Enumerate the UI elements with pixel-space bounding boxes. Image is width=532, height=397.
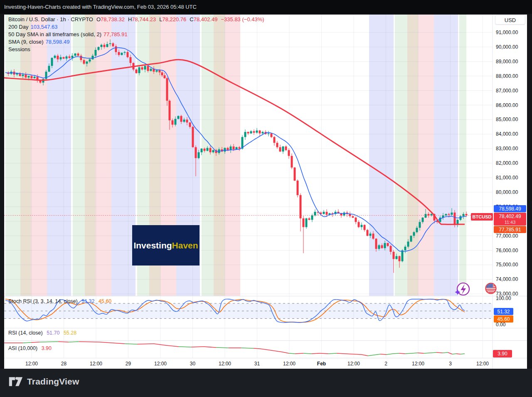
svg-text:82,000.00: 82,000.00: [496, 160, 518, 166]
ohlc-value: 78,738.32: [101, 16, 125, 22]
chart-widget[interactable]: 91,000.0090,000.0089,000.0088,000.0087,0…: [4, 15, 527, 369]
asi-value: 3.90: [42, 345, 52, 351]
ohlc-key: H: [128, 16, 132, 22]
svg-text:86,000.00: 86,000.00: [496, 102, 518, 108]
us-flag-event-icon[interactable]: [485, 283, 496, 294]
attribution-text: Investing-Haven-Charts created with Trad…: [4, 4, 197, 10]
svg-text:31: 31: [254, 361, 260, 367]
svg-text:87,000.00: 87,000.00: [496, 88, 518, 94]
session-bands: [5, 15, 466, 296]
ohlc-key: O: [96, 16, 101, 22]
svg-text:12:00: 12:00: [25, 361, 38, 367]
stoch-d-label: 45.60: [494, 315, 513, 323]
svg-text:81,000.00: 81,000.00: [496, 175, 518, 181]
stoch-panel: [4, 303, 493, 318]
stoch-title-text: Stoch RSI (3, 3, 14, 14, close): [8, 298, 78, 304]
legend-change: −335.83 (−0.43%): [221, 16, 264, 22]
rsi-panel-title[interactable]: RSI (14, close) 51.70 55.28: [8, 330, 76, 336]
logo-part-haven: Haven: [172, 241, 198, 251]
svg-text:3: 3: [449, 361, 452, 367]
svg-text:Feb: Feb: [317, 361, 326, 367]
sma50-price-label: 77,785.91: [494, 226, 526, 233]
chart-legend: Bitcoin / U.S. Dollar · 1h · CRYPTOO78,7…: [8, 16, 264, 53]
legend-row-label: Sessions: [8, 46, 30, 52]
legend-row-label: 50 Day SMA in all timeframes (solid, 2): [8, 31, 101, 37]
asi-title-text: ASI (10,000): [8, 345, 37, 351]
svg-text:80,000.00: 80,000.00: [496, 189, 518, 195]
svg-text:2: 2: [384, 361, 387, 367]
svg-text:83,000.00: 83,000.00: [496, 146, 518, 151]
ohlc-value: 78,220.76: [162, 16, 186, 22]
sma9-price-label: 78,598.49: [494, 205, 526, 212]
bar-countdown: 11:43: [505, 219, 516, 225]
ohlc-value: 78,744.23: [132, 16, 156, 22]
legend-row-label: 200 Day: [8, 24, 28, 30]
legend-symbol: Bitcoin / U.S. Dollar · 1h · CRYPTO: [8, 16, 93, 22]
asi-value-label: 3.90: [493, 350, 512, 357]
legend-row[interactable]: Sessions: [8, 46, 264, 53]
legend-row-value: 78,598.49: [46, 39, 70, 45]
svg-text:74,000.00: 74,000.00: [496, 276, 518, 282]
svg-text:12:00: 12:00: [476, 361, 489, 367]
svg-text:12:00: 12:00: [347, 361, 360, 367]
tradingview-wordmark: TradingView: [27, 377, 79, 387]
legend-row[interactable]: SMA (9, close)78,598.49: [8, 38, 264, 46]
svg-text:12:00: 12:00: [90, 361, 102, 367]
svg-text:28: 28: [61, 361, 67, 367]
ohlc-value: 78,402.49: [194, 16, 218, 22]
footer-bar: TradingView: [0, 369, 532, 397]
svg-text:75,000.00: 75,000.00: [496, 262, 518, 268]
stoch-panel-title[interactable]: Stoch RSI (3, 3, 14, 14, close) 51.32 45…: [8, 298, 111, 304]
svg-text:91,000.00: 91,000.00: [496, 30, 518, 35]
legend-row[interactable]: 200 Day103,547.63: [8, 23, 264, 31]
tradingview-brand[interactable]: TradingView: [8, 375, 79, 388]
legend-ohlc: O78,738.32H78,744.23L78,220.76C78,402.49: [93, 16, 218, 22]
asi-panel-title[interactable]: ASI (10,000) 3.90: [8, 345, 52, 351]
svg-text:77,000.00: 77,000.00: [496, 233, 518, 239]
svg-text:12:00: 12:00: [412, 361, 424, 367]
svg-text:85,000.00: 85,000.00: [496, 117, 518, 122]
stoch-k-value: 51.32: [81, 298, 94, 304]
attribution-bar: Investing-Haven-Charts created with Trad…: [0, 0, 532, 14]
legend-row-label: SMA (9, close): [8, 39, 44, 45]
legend-row-value: 103,547.63: [30, 24, 57, 30]
investinghaven-logo: InvestingHaven: [132, 225, 200, 265]
svg-text:76,000.00: 76,000.00: [496, 248, 518, 253]
svg-text:88,000.00: 88,000.00: [496, 73, 518, 79]
svg-text:90,000.00: 90,000.00: [496, 44, 518, 50]
svg-text:0.00: 0.00: [496, 322, 506, 328]
stoch-d-value: 45.60: [99, 298, 111, 304]
currency-toggle-button[interactable]: USD: [495, 15, 525, 25]
time-axis-labels[interactable]: 12:002812:002912:003012:003112:00Feb12:0…: [25, 361, 489, 367]
svg-text:84,000.00: 84,000.00: [496, 131, 518, 137]
svg-text:29: 29: [126, 361, 131, 367]
svg-text:12:00: 12:00: [283, 361, 296, 367]
legend-symbol-row[interactable]: Bitcoin / U.S. Dollar · 1h · CRYPTOO78,7…: [8, 16, 264, 23]
legend-row[interactable]: 50 Day SMA in all timeframes (solid, 2)7…: [8, 31, 264, 38]
svg-text:12:00: 12:00: [219, 361, 231, 367]
symbol-tag-label: BTCUSD: [471, 213, 493, 221]
last-price-label: 78,402.49 11:43: [494, 213, 526, 226]
rsi-title-text: RSI (14, close): [8, 330, 43, 336]
page: Investing-Haven-Charts created with Trad…: [0, 0, 532, 397]
ohlc-key: C: [190, 16, 193, 22]
asi-line: [4, 342, 465, 356]
last-price-value: 78,402.49: [499, 213, 521, 219]
logo-part-investing: Investing: [133, 241, 172, 251]
tradingview-logo-icon: [8, 375, 23, 388]
svg-text:12:00: 12:00: [154, 361, 167, 367]
legend-row-value: 77,785.91: [103, 31, 128, 37]
legend-indicator-rows: 200 Day103,547.6350 Day SMA in all timef…: [8, 23, 264, 53]
svg-text:30: 30: [190, 361, 196, 367]
stoch-k-label: 51.32: [494, 308, 513, 315]
price-axis-labels[interactable]: 91,000.0090,000.0089,000.0088,000.0087,0…: [496, 30, 518, 328]
price-chart-canvas[interactable]: 91,000.0090,000.0089,000.0088,000.0087,0…: [4, 15, 527, 369]
svg-text:89,000.00: 89,000.00: [496, 59, 518, 65]
rsi-value-2: 55.28: [64, 330, 76, 336]
svg-text:100.00: 100.00: [496, 295, 511, 301]
rsi-value-1: 51.70: [47, 330, 59, 336]
